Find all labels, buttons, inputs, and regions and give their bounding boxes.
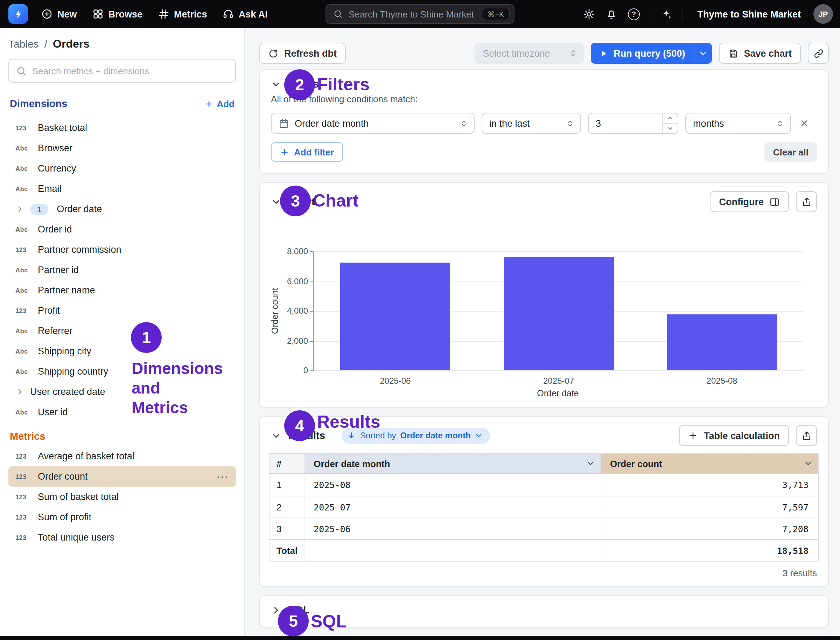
configure-button[interactable]: Configure <box>710 191 789 212</box>
clear-all-button[interactable]: Clear all <box>765 142 817 162</box>
refresh-dbt-button[interactable]: Refresh dbt <box>259 43 346 64</box>
chart-x-axis-title: Order date <box>537 389 579 398</box>
bar-2025-06[interactable] <box>340 262 450 370</box>
total-value: 18,518 <box>602 539 818 561</box>
sidebar-item-partner-commission[interactable]: 123Partner commission <box>8 240 236 260</box>
cell-order-date-month[interactable]: 2025-06 <box>305 517 602 539</box>
share-export-icon <box>801 430 812 441</box>
bar-2025-07[interactable] <box>504 257 613 370</box>
add-filter-button[interactable]: Add filter <box>271 142 343 162</box>
sidebar-item-sum-of-basket-total[interactable]: 123Sum of basket total <box>8 486 236 507</box>
table-calculation-button[interactable]: Table calculation <box>679 425 789 446</box>
expand-sql-button[interactable] <box>271 605 281 615</box>
table-row[interactable]: 32025-067,208 <box>270 517 818 539</box>
sidebar-item-currency[interactable]: AbcCurrency <box>8 158 236 179</box>
x-tick-label: 2025-06 <box>380 376 410 386</box>
text-field-icon: Abc <box>15 348 32 355</box>
sidebar-item-browser[interactable]: AbcBrowser <box>8 138 236 158</box>
sorted-by-pill[interactable]: Sorted by Order date month <box>342 427 490 443</box>
explore-sidebar: Tables / Orders Dimensions Add 123Basket… <box>0 28 245 636</box>
ask-ai-button[interactable]: Ask AI <box>215 0 275 28</box>
run-query-button[interactable]: Run query (500) <box>591 43 693 64</box>
browse-button[interactable]: Browse <box>85 0 150 28</box>
column-header-order-date-month[interactable]: Order date month <box>305 454 602 474</box>
collapse-filters-button[interactable] <box>271 79 281 89</box>
sidebar-item-average-of-basket-total[interactable]: 123Average of basket total <box>8 446 236 466</box>
results-card: Results Sorted by Order date month Table… <box>259 416 829 587</box>
sidebar-item-user-id[interactable]: AbcUser id <box>8 402 236 422</box>
nav-divider <box>682 8 683 20</box>
cell-order-count[interactable]: 3,713 <box>602 474 818 496</box>
field-label: Partner name <box>38 285 95 296</box>
field-label: Browser <box>38 143 72 154</box>
sidebar-item-sum-of-profit[interactable]: 123Sum of profit <box>8 507 236 527</box>
stepper-down-button[interactable] <box>663 123 678 133</box>
field-label: Average of basket total <box>38 451 134 461</box>
global-search-input[interactable] <box>348 9 476 19</box>
filter-field-select[interactable]: Order date month <box>271 113 474 134</box>
workspace-name[interactable]: Thyme to Shine Market <box>689 9 809 19</box>
lightdash-logo[interactable] <box>8 4 28 24</box>
cell-order-date-month[interactable]: 2025-08 <box>305 474 602 496</box>
cell-order-count[interactable]: 7,208 <box>602 517 818 539</box>
metrics-button[interactable]: Metrics <box>150 0 215 28</box>
chevron-down-icon[interactable] <box>803 459 813 468</box>
stepper-up-button[interactable] <box>663 114 678 123</box>
sidebar-item-email[interactable]: AbcEmail <box>8 179 236 199</box>
expand-chevron[interactable] <box>15 387 24 396</box>
fields-search[interactable] <box>8 59 236 83</box>
expand-chevron[interactable] <box>15 205 24 214</box>
notifications-button[interactable] <box>600 3 621 24</box>
sidebar-item-order-count[interactable]: 123Order count··· <box>8 466 236 486</box>
add-dimension-button[interactable]: Add <box>204 98 235 109</box>
ai-sparkles-button[interactable] <box>656 3 677 24</box>
user-avatar[interactable]: JP <box>813 4 833 24</box>
global-search[interactable]: ⌘+K <box>326 4 514 24</box>
main-content: Refresh dbt Select timezone Run query (5… <box>245 28 840 636</box>
sidebar-item-shipping-city[interactable]: AbcShipping city <box>8 341 236 361</box>
text-field-icon: Abc <box>15 185 32 192</box>
help-button[interactable]: ? <box>623 3 644 24</box>
collapse-chart-button[interactable] <box>271 197 281 207</box>
sidebar-item-referrer[interactable]: AbcReferrer <box>8 321 236 341</box>
sidebar-item-profit[interactable]: 123Profit <box>8 301 236 321</box>
table-row[interactable]: 22025-077,597 <box>270 496 818 517</box>
filter-operator-select[interactable]: in the last <box>482 113 581 134</box>
breadcrumb-tables-link[interactable]: Tables <box>8 38 39 50</box>
collapse-results-button[interactable] <box>271 430 281 441</box>
bottom-edge-bar <box>0 636 840 640</box>
more-options-icon[interactable]: ··· <box>217 471 229 482</box>
sidebar-item-basket-total[interactable]: 123Basket total <box>8 118 236 138</box>
sidebar-item-order-id[interactable]: AbcOrder id <box>8 219 236 240</box>
sidebar-item-partner-name[interactable]: AbcPartner name <box>8 280 236 301</box>
cell-order-count[interactable]: 7,597 <box>602 496 818 517</box>
table-row[interactable]: 12025-083,713 <box>270 474 818 496</box>
sidebar-item-total-unique-users[interactable]: 123Total unique users <box>8 527 236 547</box>
sidebar-item-shipping-country[interactable]: AbcShipping country <box>8 361 236 382</box>
sidebar-item-user-created-date[interactable]: User created date <box>8 382 236 402</box>
settings-button[interactable] <box>578 3 599 24</box>
export-results-button[interactable] <box>796 425 817 446</box>
total-row: Total 18,518 <box>270 539 818 561</box>
bar-2025-08[interactable] <box>667 314 777 370</box>
save-chart-button[interactable]: Save chart <box>719 43 801 64</box>
remove-filter-button[interactable] <box>799 118 809 128</box>
cell-order-date-month[interactable]: 2025-07 <box>305 496 602 517</box>
y-tick-label: 2,000 <box>265 336 308 346</box>
chevron-right-icon <box>271 605 281 615</box>
column-header-order-count[interactable]: Order count <box>602 454 818 474</box>
sidebar-item-partner-id[interactable]: AbcPartner id <box>8 260 236 280</box>
share-link-button[interactable] <box>808 43 829 64</box>
filter-unit-select[interactable]: months <box>685 113 791 134</box>
sorted-by-prefix: Sorted by <box>360 430 396 440</box>
filter-value-input[interactable]: 3 <box>588 113 678 134</box>
filters-card-header: Filters <box>260 70 828 90</box>
chevron-down-icon[interactable] <box>586 459 596 468</box>
app-root: New Browse Metrics Ask AI ⌘+K <box>0 0 840 640</box>
sidebar-item-order-date[interactable]: 1Order date <box>8 199 236 219</box>
export-chart-button[interactable] <box>796 191 817 212</box>
fields-search-input[interactable] <box>32 66 228 76</box>
timezone-select[interactable]: Select timezone <box>474 43 583 64</box>
new-button[interactable]: New <box>34 0 85 28</box>
run-query-dropdown[interactable] <box>693 43 712 64</box>
